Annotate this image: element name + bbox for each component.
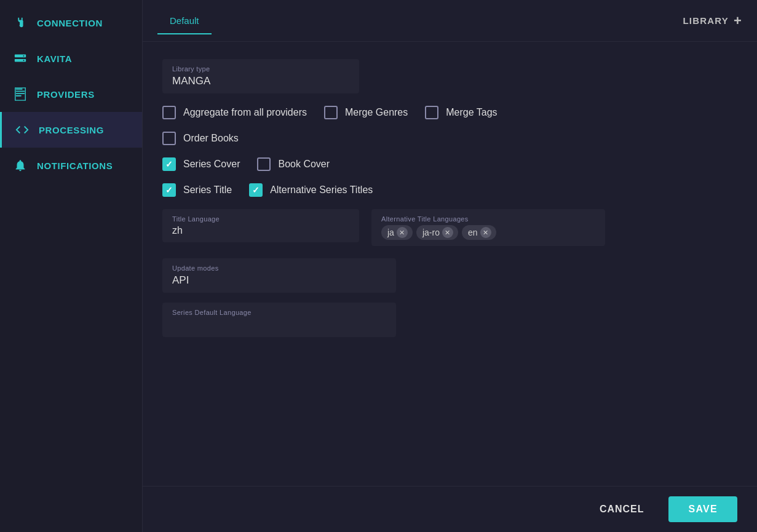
language-fields-row: Title Language zh Alternative Title Lang…	[162, 209, 737, 246]
tag-en-label: en	[468, 228, 478, 237]
book-cover-label: Book Cover	[278, 159, 330, 170]
aggregate-checkbox-item[interactable]: Aggregate from all providers	[162, 106, 307, 119]
alt-series-titles-checkbox[interactable]	[249, 183, 263, 197]
library-type-label: Library type	[172, 65, 349, 73]
library-button[interactable]: LIBRARY +	[683, 13, 742, 29]
order-books-row: Order Books	[162, 132, 737, 145]
svg-point-4	[23, 60, 25, 61]
tag-ja-ro: ja-ro ✕	[416, 225, 458, 240]
book-cover-checkbox[interactable]	[257, 157, 271, 171]
title-language-label: Title Language	[172, 215, 349, 223]
merge-tags-checkbox[interactable]	[425, 106, 438, 119]
doc-icon	[12, 86, 28, 102]
providers-row: Aggregate from all providers Merge Genre…	[162, 106, 737, 119]
bell-icon	[12, 157, 28, 173]
order-books-checkbox-item[interactable]: Order Books	[162, 132, 239, 145]
merge-tags-checkbox-item[interactable]: Merge Tags	[425, 106, 497, 119]
sidebar-item-label: PROVIDERS	[37, 89, 95, 100]
library-type-field: Library type MANGA	[162, 59, 359, 93]
alt-series-titles-checkbox-item[interactable]: Alternative Series Titles	[249, 183, 373, 197]
series-title-checkbox-item[interactable]: Series Title	[162, 183, 232, 197]
sidebar-item-label: NOTIFICATIONS	[37, 161, 113, 171]
series-cover-label: Series Cover	[183, 159, 240, 170]
sidebar-item-label: PROCESSING	[39, 125, 104, 135]
code-icon	[14, 122, 30, 138]
sidebar-item-kavita[interactable]: KAVITA	[0, 41, 142, 76]
alt-title-languages-label: Alternative Title Languages	[381, 215, 595, 223]
library-type-value: MANGA	[172, 75, 349, 87]
sidebar-item-processing[interactable]: PROCESSING	[0, 112, 142, 148]
aggregate-label: Aggregate from all providers	[183, 107, 307, 118]
series-cover-checkbox[interactable]	[162, 157, 176, 171]
tag-ja-ro-label: ja-ro	[422, 228, 440, 237]
server-icon	[12, 50, 28, 66]
series-title-label: Series Title	[183, 185, 232, 196]
svg-point-3	[23, 55, 25, 57]
content-area: Library type MANGA Aggregate from all pr…	[143, 42, 757, 486]
tag-ja: ja ✕	[381, 225, 413, 240]
cancel-button[interactable]: CANCEL	[585, 496, 659, 522]
tab-default[interactable]: Default	[157, 8, 212, 34]
book-cover-checkbox-item[interactable]: Book Cover	[257, 157, 330, 171]
tag-ja-close[interactable]: ✕	[397, 227, 408, 238]
tag-en: en ✕	[462, 225, 496, 240]
update-modes-field: Update modes API	[162, 258, 396, 293]
merge-tags-label: Merge Tags	[446, 107, 497, 118]
header: Default LIBRARY +	[143, 0, 757, 42]
svg-rect-6	[16, 91, 25, 92]
svg-rect-8	[16, 95, 22, 97]
library-label: LIBRARY	[683, 15, 729, 26]
order-books-checkbox[interactable]	[162, 132, 176, 145]
title-language-value: zh	[172, 225, 349, 236]
merge-genres-checkbox[interactable]	[324, 106, 338, 119]
main-panel: Default LIBRARY + Library type MANGA Agg…	[143, 0, 757, 532]
sidebar-item-label: KAVITA	[37, 54, 72, 64]
series-cover-checkbox-item[interactable]: Series Cover	[162, 157, 240, 171]
svg-point-0	[20, 25, 22, 26]
sidebar-item-label: CONNECTION	[37, 18, 103, 28]
alt-title-languages-field: Alternative Title Languages ja ✕ ja-ro ✕…	[371, 209, 605, 246]
sidebar-item-providers[interactable]: PROVIDERS	[0, 76, 142, 112]
title-language-field: Title Language zh	[162, 209, 359, 242]
sidebar-item-notifications[interactable]: NOTIFICATIONS	[0, 148, 142, 183]
tag-ja-ro-close[interactable]: ✕	[442, 227, 453, 238]
update-modes-value: API	[172, 274, 386, 287]
alt-series-titles-label: Alternative Series Titles	[270, 185, 373, 196]
svg-rect-7	[16, 93, 25, 94]
series-title-checkbox[interactable]	[162, 183, 176, 197]
order-books-label: Order Books	[183, 133, 239, 144]
save-button[interactable]: SAVE	[668, 496, 737, 522]
title-row: Series Title Alternative Series Titles	[162, 183, 737, 197]
svg-rect-5	[16, 89, 23, 90]
aggregate-checkbox[interactable]	[162, 106, 176, 119]
sidebar: CONNECTION KAVITA PROVIDERS	[0, 0, 143, 532]
cover-row: Series Cover Book Cover	[162, 157, 737, 171]
footer: CANCEL SAVE	[143, 486, 757, 532]
sidebar-item-connection[interactable]: CONNECTION	[0, 5, 142, 41]
tag-en-close[interactable]: ✕	[480, 227, 491, 238]
series-default-language-label: Series Default Language	[172, 309, 386, 316]
merge-genres-label: Merge Genres	[345, 107, 408, 118]
update-modes-label: Update modes	[172, 264, 386, 272]
merge-genres-checkbox-item[interactable]: Merge Genres	[324, 106, 408, 119]
plug-icon	[12, 15, 28, 31]
tags-container: ja ✕ ja-ro ✕ en ✕	[381, 225, 595, 240]
tag-ja-label: ja	[387, 228, 394, 237]
add-library-icon: +	[734, 13, 742, 29]
series-default-language-field[interactable]: Series Default Language	[162, 303, 396, 337]
